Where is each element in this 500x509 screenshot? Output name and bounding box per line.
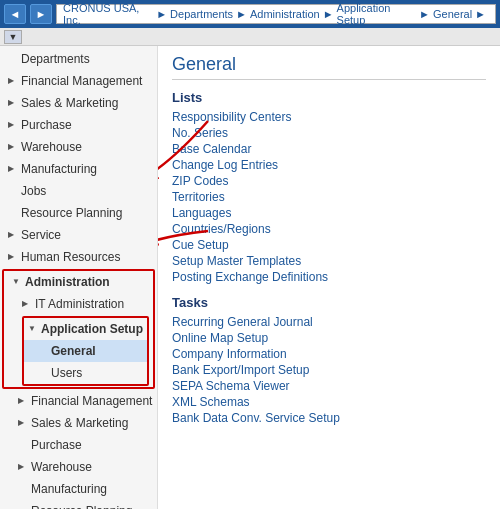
sep3: ► — [323, 8, 334, 20]
zip-codes-link[interactable]: ZIP Codes — [172, 174, 228, 188]
breadcrumb-cronus[interactable]: CRONUS USA, Inc. — [63, 2, 153, 26]
content-area: General Lists Responsibility Centers No.… — [158, 46, 500, 509]
sidebar-item-sales-marketing[interactable]: ▶ Sales & Marketing — [0, 92, 157, 114]
breadcrumb-administration[interactable]: Administration — [250, 8, 320, 20]
change-log-link[interactable]: Change Log Entries — [172, 158, 278, 172]
sidebar-label: Human Resources — [21, 248, 120, 266]
sidebar-label: Financial Management — [31, 392, 152, 410]
lists-header: Lists — [172, 90, 486, 105]
cue-setup-link[interactable]: Cue Setup — [172, 238, 229, 252]
sidebar-item-jobs[interactable]: Jobs — [0, 180, 157, 202]
breadcrumb-departments[interactable]: Departments — [170, 8, 233, 20]
tri-icon: ▶ — [8, 251, 16, 263]
sep2: ► — [236, 8, 247, 20]
sidebar-item-it-administration[interactable]: ▶ IT Administration — [4, 293, 153, 315]
sidebar-label: Resource Planning — [31, 502, 132, 509]
sidebar-item-manufacturing[interactable]: ▶ Manufacturing — [0, 158, 157, 180]
sidebar-item-fin-mgmt-2[interactable]: ▶ Financial Management — [0, 390, 157, 412]
list-item: Responsibility Centers — [172, 109, 486, 125]
dropdown-row: ▼ — [0, 28, 500, 46]
tri-icon: ▶ — [8, 119, 16, 131]
sidebar-label: Warehouse — [21, 138, 82, 156]
back-button[interactable]: ◄ — [4, 4, 26, 24]
expand-icon: ▼ — [28, 323, 36, 335]
recurring-general-link[interactable]: Recurring General Journal — [172, 315, 313, 329]
sidebar-item-administration[interactable]: ▼ Administration — [4, 271, 153, 293]
sidebar-label: Warehouse — [31, 458, 92, 476]
sidebar-label: Purchase — [31, 436, 82, 454]
sidebar-item-application-setup[interactable]: ▼ Application Setup — [24, 318, 147, 340]
online-map-link[interactable]: Online Map Setup — [172, 331, 268, 345]
list-item: Company Information — [172, 346, 486, 362]
sidebar-label: Sales & Marketing — [21, 94, 118, 112]
company-info-link[interactable]: Company Information — [172, 347, 287, 361]
list-item: Cue Setup — [172, 237, 486, 253]
sidebar-label: Jobs — [21, 182, 46, 200]
xml-schemas-link[interactable]: XML Schemas — [172, 395, 250, 409]
tri-icon: ▶ — [8, 97, 16, 109]
sidebar-label: Departments — [21, 50, 90, 68]
breadcrumb-bar: CRONUS USA, Inc. ► Departments ► Adminis… — [56, 4, 496, 24]
tasks-link-list: Recurring General Journal Online Map Set… — [172, 314, 486, 426]
sidebar-label: Service — [21, 226, 61, 244]
list-item: Online Map Setup — [172, 330, 486, 346]
sidebar-item-manufacturing-2[interactable]: Manufacturing — [0, 478, 157, 500]
sidebar-item-resource-planning-2[interactable]: Resource Planning — [0, 500, 157, 509]
sidebar-item-service[interactable]: ▶ Service — [0, 224, 157, 246]
list-item: Bank Export/Import Setup — [172, 362, 486, 378]
tasks-section: Tasks Recurring General Journal Online M… — [172, 295, 486, 426]
dropdown-arrow-button[interactable]: ▼ — [4, 30, 22, 44]
list-item: Territories — [172, 189, 486, 205]
sidebar-item-users[interactable]: Users — [24, 362, 147, 384]
sidebar-item-general[interactable]: General — [24, 340, 147, 362]
tri-icon: ▶ — [18, 461, 26, 473]
list-item: Change Log Entries — [172, 157, 486, 173]
tri-icon: ▶ — [8, 163, 16, 175]
setup-master-templates-link[interactable]: Setup Master Templates — [172, 254, 301, 268]
sidebar-label: Manufacturing — [31, 480, 107, 498]
sidebar-label: Administration — [25, 273, 110, 291]
tri-icon: ▶ — [18, 417, 26, 429]
sidebar-item-financial-management[interactable]: ▶ Financial Management — [0, 70, 157, 92]
tri-icon: ▶ — [8, 229, 16, 241]
top-navigation-bar: ◄ ► CRONUS USA, Inc. ► Departments ► Adm… — [0, 0, 500, 28]
territories-link[interactable]: Territories — [172, 190, 225, 204]
languages-link[interactable]: Languages — [172, 206, 231, 220]
breadcrumb-general[interactable]: General — [433, 8, 472, 20]
sidebar-item-human-resources[interactable]: ▶ Human Resources — [0, 246, 157, 268]
sidebar-item-purchase[interactable]: ▶ Purchase — [0, 114, 157, 136]
sidebar-item-resource-planning[interactable]: Resource Planning — [0, 202, 157, 224]
sepa-schema-link[interactable]: SEPA Schema Viewer — [172, 379, 290, 393]
sidebar-label: Purchase — [21, 116, 72, 134]
list-item: SEPA Schema Viewer — [172, 378, 486, 394]
list-item: XML Schemas — [172, 394, 486, 410]
sidebar-item-warehouse-2[interactable]: ▶ Warehouse — [0, 456, 157, 478]
sidebar: Departments ▶ Financial Management ▶ Sal… — [0, 46, 158, 509]
list-item: Setup Master Templates — [172, 253, 486, 269]
list-item: Posting Exchange Definitions — [172, 269, 486, 285]
posting-exchange-link[interactable]: Posting Exchange Definitions — [172, 270, 328, 284]
sidebar-item-sales-marketing-2[interactable]: ▶ Sales & Marketing — [0, 412, 157, 434]
list-item: Bank Data Conv. Service Setup — [172, 410, 486, 426]
no-series-link[interactable]: No. Series — [172, 126, 228, 140]
tasks-header: Tasks — [172, 295, 486, 310]
forward-button[interactable]: ► — [30, 4, 52, 24]
list-item: Recurring General Journal — [172, 314, 486, 330]
breadcrumb-application-setup[interactable]: Application Setup — [337, 2, 417, 26]
responsibility-centers-link[interactable]: Responsibility Centers — [172, 110, 291, 124]
sep4: ► — [419, 8, 430, 20]
sidebar-label: IT Administration — [35, 295, 124, 313]
sidebar-item-departments[interactable]: Departments — [0, 48, 157, 70]
bank-data-conv-link[interactable]: Bank Data Conv. Service Setup — [172, 411, 340, 425]
lists-link-list: Responsibility Centers No. Series Base C… — [172, 109, 486, 285]
tri-icon: ▶ — [8, 141, 16, 153]
countries-regions-link[interactable]: Countries/Regions — [172, 222, 271, 236]
bank-export-link[interactable]: Bank Export/Import Setup — [172, 363, 309, 377]
sidebar-label: General — [51, 342, 96, 360]
list-item: Countries/Regions — [172, 221, 486, 237]
sep5: ► — [475, 8, 486, 20]
base-calendar-link[interactable]: Base Calendar — [172, 142, 251, 156]
tri-icon: ▶ — [8, 75, 16, 87]
sidebar-item-warehouse[interactable]: ▶ Warehouse — [0, 136, 157, 158]
sidebar-item-purchase-2[interactable]: Purchase — [0, 434, 157, 456]
